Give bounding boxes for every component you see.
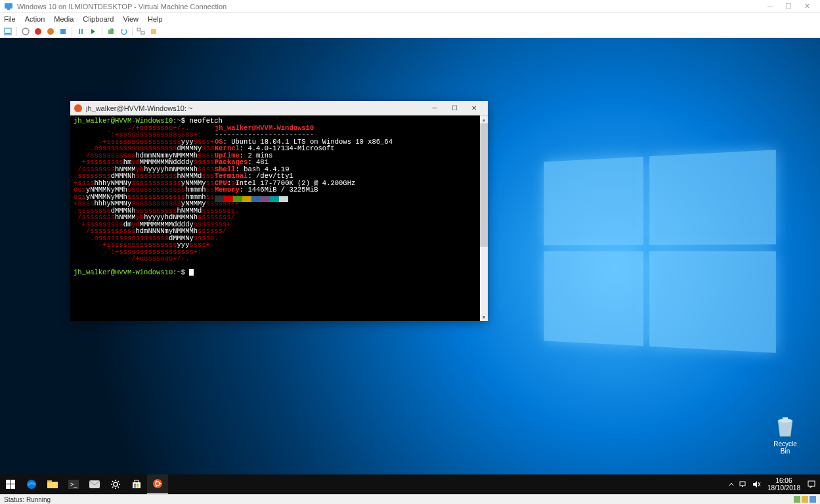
svg-rect-9 [81, 29, 83, 34]
menu-clipboard[interactable]: Clipboard [83, 15, 114, 23]
svg-rect-47 [742, 486, 743, 487]
vmc-app-icon [4, 2, 13, 11]
svg-rect-8 [79, 29, 80, 34]
start-icon[interactable] [20, 26, 31, 37]
save-icon[interactable] [58, 26, 68, 37]
terminal-minimize-button[interactable]: ─ [425, 102, 444, 115]
recycle-bin-icon[interactable]: Recycle Bin [769, 414, 802, 455]
svg-line-34 [118, 481, 119, 482]
vmc-statusbar: Status: Running [0, 494, 820, 504]
ubuntu-icon [74, 104, 82, 112]
terminal-title: jh_walker@HVVM-Windows10: ~ [86, 104, 425, 112]
scroll-down-icon[interactable]: ▾ [480, 313, 488, 321]
svg-point-44 [156, 480, 158, 482]
tray-volume-icon[interactable] [752, 480, 761, 488]
status-text: Status: Running [4, 496, 51, 503]
svg-rect-39 [134, 486, 136, 488]
action-center-icon[interactable] [807, 480, 816, 489]
close-button[interactable]: ✕ [798, 1, 816, 12]
terminal-taskbar-icon[interactable]: >_ [63, 474, 84, 494]
terminal-titlebar[interactable]: jh_walker@HVVM-Windows10: ~ ─ ☐ ✕ [70, 101, 488, 116]
svg-line-32 [118, 487, 119, 488]
minimize-button[interactable]: ─ [761, 1, 779, 12]
svg-rect-25 [89, 480, 100, 488]
svg-rect-3 [5, 33, 11, 34]
svg-rect-0 [5, 3, 12, 9]
shutdown-icon[interactable] [45, 26, 56, 37]
neofetch-color-blocks [215, 196, 477, 202]
menu-file[interactable]: File [4, 15, 16, 23]
svg-point-26 [114, 482, 118, 486]
ubuntu-taskbar-icon[interactable] [147, 474, 168, 494]
revert-icon[interactable] [118, 26, 129, 37]
scroll-up-icon[interactable]: ▴ [480, 116, 488, 123]
svg-rect-7 [60, 29, 66, 34]
menu-view[interactable]: View [123, 15, 139, 23]
share-icon[interactable] [148, 26, 159, 37]
svg-rect-12 [141, 32, 144, 34]
neofetch-ascii-logo: .-/+oossssoo+/-. `:+ssssssssssssssssss+:… [74, 125, 215, 262]
maximize-button[interactable]: ☐ [779, 1, 798, 12]
status-icons [794, 496, 816, 503]
svg-rect-22 [47, 480, 52, 482]
vmc-title: Windows 10 on ILMIONTDESKTOP - Virtual M… [17, 3, 761, 10]
tray-network-icon[interactable] [739, 480, 748, 488]
guest-desktop[interactable]: Recycle Bin jh_walker@HVVM-Windows10: ~ … [0, 38, 820, 494]
vmc-menubar: File Action Media Clipboard View Help [0, 13, 820, 25]
vmc-toolbar [0, 25, 820, 38]
svg-rect-37 [134, 484, 136, 486]
svg-point-43 [160, 483, 162, 485]
terminal-body[interactable]: jh_walker@HVVM-Windows10:~$ neofetch .-/… [70, 116, 480, 321]
scrollbar-thumb[interactable] [480, 123, 488, 247]
windows-logo-wallpaper [544, 150, 776, 353]
terminal-window: jh_walker@HVVM-Windows10: ~ ─ ☐ ✕ jh_wal… [70, 101, 488, 321]
svg-rect-50 [808, 481, 815, 486]
guest-taskbar: >_ 16:06 18/10/2018 [0, 474, 820, 494]
menu-action[interactable]: Action [25, 15, 45, 23]
svg-rect-17 [11, 480, 15, 484]
terminal-cursor [189, 269, 194, 276]
terminal-maximize-button[interactable]: ☐ [444, 102, 464, 115]
svg-rect-46 [740, 482, 745, 486]
turnoff-icon[interactable] [33, 26, 43, 37]
clock-time: 16:06 [767, 477, 800, 484]
svg-rect-40 [137, 486, 139, 488]
taskbar-clock[interactable]: 16:06 18/10/2018 [765, 477, 803, 492]
svg-rect-15 [783, 417, 788, 420]
svg-rect-21 [47, 482, 58, 488]
svg-line-31 [112, 481, 114, 482]
terminal-close-button[interactable]: ✕ [464, 102, 484, 115]
recycle-bin-label: Recycle Bin [769, 440, 802, 455]
ctrlaltdel-icon[interactable] [3, 26, 13, 37]
tray-up-icon[interactable] [728, 481, 735, 488]
svg-text:>_: >_ [70, 481, 77, 488]
store-icon[interactable] [126, 474, 147, 494]
explorer-icon[interactable] [42, 474, 63, 494]
neofetch-info: jh_walker@HVVM-Windows10 ---------------… [215, 125, 477, 262]
svg-point-6 [47, 28, 54, 35]
terminal-scrollbar[interactable]: ▴ ▾ [480, 116, 488, 321]
svg-point-5 [35, 28, 41, 35]
vmc-titlebar: Windows 10 on ILMIONTDESKTOP - Virtual M… [0, 0, 820, 13]
svg-rect-38 [137, 484, 139, 486]
svg-rect-18 [6, 484, 10, 489]
start-button[interactable] [0, 474, 21, 494]
menu-help[interactable]: Help [148, 15, 163, 23]
reset-icon[interactable] [88, 26, 98, 37]
enhanced-icon[interactable] [136, 26, 146, 37]
svg-rect-19 [11, 484, 15, 489]
svg-line-33 [112, 487, 114, 488]
edge-icon[interactable] [21, 474, 42, 494]
svg-rect-13 [151, 29, 156, 34]
checkpoint-icon[interactable] [106, 26, 116, 37]
svg-rect-16 [6, 480, 10, 484]
menu-media[interactable]: Media [54, 15, 74, 23]
settings-icon[interactable] [105, 474, 126, 494]
svg-rect-1 [7, 9, 10, 10]
pause-icon[interactable] [76, 26, 86, 37]
svg-point-4 [22, 28, 29, 35]
clock-date: 18/10/2018 [767, 484, 800, 492]
svg-rect-11 [137, 28, 140, 31]
mail-icon[interactable] [84, 474, 105, 494]
svg-point-45 [156, 485, 158, 487]
